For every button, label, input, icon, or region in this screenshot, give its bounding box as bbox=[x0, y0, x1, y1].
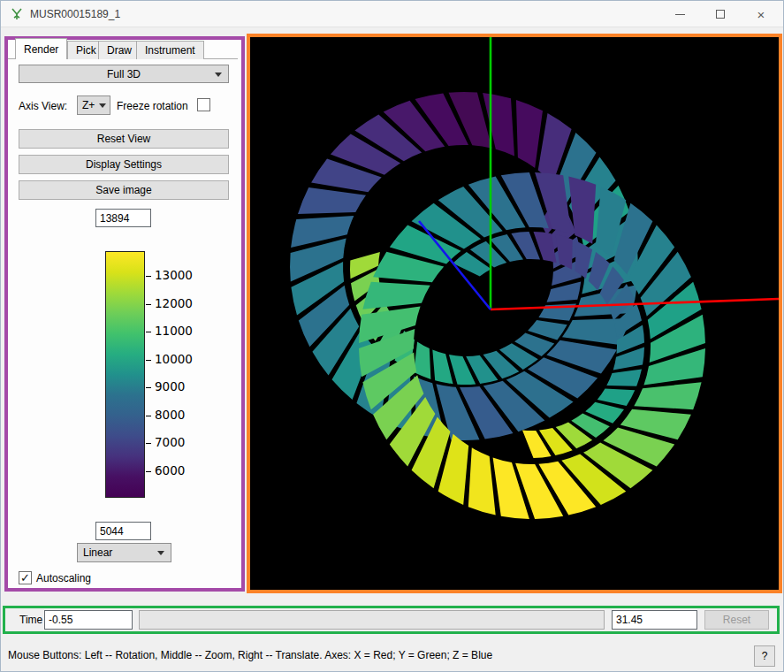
detector-segment bbox=[298, 187, 366, 214]
scale-type-select[interactable]: Linear bbox=[77, 543, 171, 562]
maximize-button[interactable] bbox=[700, 1, 741, 27]
title-bar: MUSR00015189_1 × bbox=[1, 1, 783, 27]
projection-select[interactable]: Full 3D bbox=[19, 65, 229, 83]
close-button[interactable]: × bbox=[741, 1, 781, 27]
colorbar-tick-label: 13000 bbox=[155, 268, 193, 282]
status-bar: Mouse Buttons: Left -- Rotation, Middle … bbox=[1, 639, 783, 672]
axis-view-label: Axis View: bbox=[19, 100, 67, 112]
colorbar-max-value: 13894 bbox=[100, 212, 129, 225]
time-end-input[interactable]: 31.45 bbox=[612, 610, 697, 630]
detector-segment bbox=[598, 388, 636, 406]
reset-view-label: Reset View bbox=[97, 133, 150, 145]
chevron-down-icon bbox=[99, 103, 106, 108]
colorbar-tick-label: 9000 bbox=[155, 379, 185, 393]
tab-render[interactable]: Render bbox=[15, 38, 67, 59]
save-image-button[interactable]: Save image bbox=[19, 180, 229, 200]
save-image-label: Save image bbox=[95, 184, 151, 196]
minimize-button[interactable] bbox=[659, 1, 700, 27]
display-settings-label: Display Settings bbox=[86, 158, 162, 171]
close-icon: × bbox=[757, 7, 765, 22]
detector-segment bbox=[634, 382, 701, 409]
tab-label: Pick bbox=[76, 44, 96, 57]
colorbar-tick-mark bbox=[146, 332, 151, 332]
colorbar-tick-label: 10000 bbox=[155, 352, 193, 366]
freeze-rotation-label: Freeze rotation bbox=[117, 100, 188, 112]
colorbar-tick-label: 8000 bbox=[155, 408, 185, 422]
colorbar-gradient[interactable] bbox=[105, 251, 145, 498]
help-button[interactable]: ? bbox=[754, 645, 775, 667]
tab-label: Render bbox=[24, 43, 58, 56]
axis-view-select[interactable]: Z+ bbox=[77, 95, 110, 115]
instrument-3d-viewport[interactable] bbox=[247, 34, 782, 593]
reset-view-button[interactable]: Reset View bbox=[19, 129, 229, 149]
projection-value: Full 3D bbox=[107, 68, 141, 80]
colorbar-tick-label: 7000 bbox=[155, 435, 185, 449]
panel-tab-bar: RenderPickDrawInstrument bbox=[8, 38, 241, 59]
autoscaling-label: Autoscaling bbox=[36, 572, 91, 584]
tab-instrument[interactable]: Instrument bbox=[136, 41, 204, 59]
chevron-down-icon bbox=[157, 551, 164, 555]
colorbar-tick-mark bbox=[146, 416, 151, 416]
chevron-down-icon bbox=[215, 73, 222, 77]
colorbar-tick-mark bbox=[146, 276, 151, 277]
window-title: MUSR00015189_1 bbox=[30, 8, 120, 20]
colorbar-tick-label: 11000 bbox=[155, 324, 193, 338]
detector-segment bbox=[468, 447, 496, 515]
detector-segment bbox=[606, 369, 642, 386]
freeze-rotation-checkbox[interactable] bbox=[197, 98, 210, 111]
time-start-input[interactable]: -0.55 bbox=[44, 610, 133, 630]
colorbar-tick-mark bbox=[146, 471, 151, 472]
status-message: Mouse Buttons: Left -- Rotation, Middle … bbox=[8, 649, 492, 661]
instrument-3d-scene[interactable] bbox=[250, 37, 779, 590]
colorbar-min-value: 5044 bbox=[100, 525, 124, 538]
colorbar-tick-label: 12000 bbox=[155, 296, 193, 310]
tab-draw[interactable]: Draw bbox=[98, 41, 141, 59]
time-end-value: 31.45 bbox=[616, 614, 643, 626]
colorbar-tick-mark bbox=[146, 304, 151, 305]
time-reset-label: Reset bbox=[723, 614, 750, 626]
tab-label: Draw bbox=[107, 44, 132, 57]
autoscaling-checkbox[interactable]: ✓ bbox=[19, 571, 32, 584]
time-reset-button[interactable]: Reset bbox=[704, 610, 769, 630]
detector-segment bbox=[547, 282, 582, 302]
mantid-app-icon bbox=[10, 7, 24, 21]
time-label: Time bbox=[19, 614, 42, 626]
colorbar-tick-mark bbox=[146, 360, 151, 361]
detector-segment bbox=[516, 100, 543, 168]
help-icon: ? bbox=[762, 650, 768, 662]
detector-segment bbox=[362, 282, 430, 309]
minimize-icon bbox=[675, 14, 685, 15]
time-bin-bar: Time -0.55 31.45 Reset bbox=[3, 606, 780, 634]
detector-segment bbox=[414, 341, 430, 379]
colorbar-min-input[interactable]: 5044 bbox=[95, 522, 151, 540]
time-start-value: -0.55 bbox=[49, 614, 72, 626]
scale-type-value: Linear bbox=[83, 546, 112, 559]
colorbar-tick-label: 6000 bbox=[155, 463, 185, 477]
instrument-view-window: { "window": { "title": "MUSR00015189_1",… bbox=[0, 0, 784, 672]
axis-view-value: Z+ bbox=[82, 99, 95, 111]
colorbar-tick-mark bbox=[146, 443, 151, 444]
display-settings-button[interactable]: Display Settings bbox=[19, 155, 229, 174]
maximize-icon bbox=[716, 10, 725, 19]
tab-label: Instrument bbox=[145, 44, 195, 57]
colorbar-max-input[interactable]: 13894 bbox=[95, 209, 151, 227]
time-range-slider[interactable] bbox=[139, 610, 605, 630]
detector-segment bbox=[432, 350, 453, 385]
colorbar-tick-mark bbox=[146, 387, 151, 388]
